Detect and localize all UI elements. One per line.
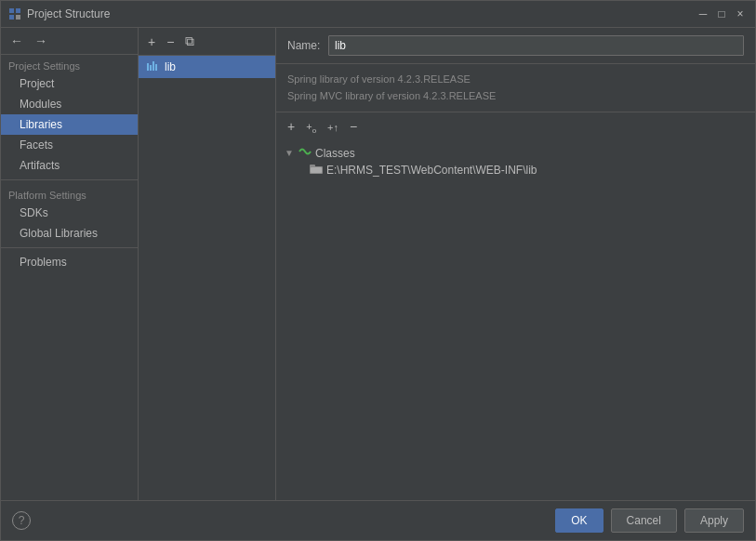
bottom-right: OK Cancel Apply (555, 508, 744, 533)
svg-rect-6 (153, 61, 154, 71)
library-description: Spring library of version 4.2.3.RELEASE … (276, 64, 755, 112)
classes-children: E:\HRMS_TEST\WebContent\WEB-INF\lib (284, 162, 748, 178)
center-toolbar: + − ⧉ (139, 28, 275, 56)
classes-path-label: E:\HRMS_TEST\WebContent\WEB-INF\lib (326, 164, 537, 177)
library-bar-icon (146, 60, 159, 73)
svg-rect-0 (9, 8, 14, 13)
svg-rect-4 (147, 63, 149, 71)
svg-rect-3 (16, 15, 20, 20)
cancel-button[interactable]: Cancel (611, 508, 677, 533)
svg-rect-7 (155, 64, 157, 71)
project-settings-header: Project Settings (1, 55, 138, 73)
folder-icon (310, 164, 323, 177)
svg-rect-2 (9, 15, 14, 20)
window-icon (8, 7, 21, 20)
right-panel: Name: Spring library of version 4.2.3.RE… (276, 28, 755, 500)
project-structure-dialog: Project Structure ─ □ × ← → Project Sett… (0, 0, 756, 541)
copy-library-button[interactable]: ⧉ (181, 32, 198, 51)
classes-label: Classes (315, 147, 355, 160)
title-bar: Project Structure ─ □ × (1, 1, 755, 28)
sidebar-item-project[interactable]: Project (1, 73, 138, 94)
add-root-button[interactable]: + (284, 117, 298, 136)
nav-toolbar: ← → (1, 28, 138, 55)
classes-node[interactable]: ▼ Classes (284, 144, 748, 162)
remove-root-button[interactable]: − (346, 117, 361, 136)
lib-item-lib[interactable]: lib (139, 56, 275, 78)
expand-icon: ▼ (284, 148, 295, 158)
window-title: Project Structure (27, 7, 696, 20)
name-bar: Name: (276, 28, 755, 64)
classes-icon (298, 146, 312, 160)
library-tree: ▼ Classes (276, 140, 755, 500)
sidebar-item-artifacts[interactable]: Artifacts (1, 155, 138, 176)
description-line-1: Spring library of version 4.2.3.RELEASE (287, 72, 744, 88)
sidebar-item-problems[interactable]: Problems (1, 252, 138, 272)
sidebar-item-facets[interactable]: Facets (1, 135, 138, 155)
ok-button[interactable]: OK (555, 508, 603, 533)
description-line-2: Spring MVC library of version 4.2.3.RELE… (287, 88, 744, 105)
bottom-bar: ? OK Cancel Apply (1, 500, 755, 540)
sidebar-item-global-libraries[interactable]: Global Libraries (1, 223, 138, 244)
minimize-button[interactable]: ─ (696, 7, 710, 21)
library-name-input[interactable] (328, 35, 744, 56)
name-label: Name: (287, 39, 321, 52)
svg-rect-1 (16, 8, 20, 13)
platform-settings-header: Platform Settings (1, 184, 138, 203)
close-button[interactable]: × (733, 7, 748, 21)
svg-rect-10 (311, 167, 322, 173)
sidebar-item-modules[interactable]: Modules (1, 94, 138, 114)
center-panel: + − ⧉ lib (139, 28, 276, 500)
main-content: ← → Project Settings Project Modules Lib… (1, 28, 755, 500)
nav-forward-button[interactable]: → (31, 32, 51, 50)
nav-back-button[interactable]: ← (7, 32, 27, 50)
left-nav-panel: ← → Project Settings Project Modules Lib… (1, 28, 139, 500)
classes-path-node[interactable]: E:\HRMS_TEST\WebContent\WEB-INF\lib (310, 162, 748, 178)
lib-item-name: lib (165, 60, 176, 73)
apply-button[interactable]: Apply (684, 508, 744, 533)
sidebar-item-libraries[interactable]: Libraries (1, 114, 138, 135)
content-toolbar: + +o +↑ − (276, 112, 755, 140)
sidebar-item-sdks[interactable]: SDKs (1, 203, 138, 223)
bottom-left: ? (12, 511, 31, 530)
window-controls: ─ □ × (696, 7, 748, 21)
add-lib-root-button[interactable]: +↑ (324, 117, 342, 136)
svg-rect-9 (310, 165, 315, 167)
add-root2-button[interactable]: +o (302, 116, 320, 137)
help-button[interactable]: ? (12, 511, 31, 530)
svg-rect-5 (150, 65, 152, 71)
add-library-button[interactable]: + (144, 33, 159, 51)
maximize-button[interactable]: □ (714, 7, 729, 21)
remove-library-button[interactable]: − (163, 33, 178, 51)
